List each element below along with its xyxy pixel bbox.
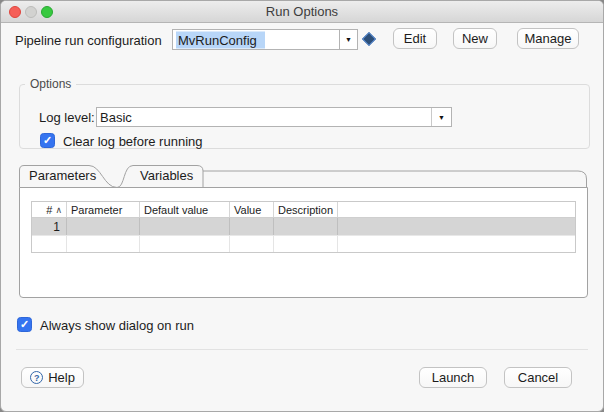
run-options-dialog: Run Options Pipeline run configuration M… <box>0 0 604 412</box>
column-header-default-value[interactable]: Default value <box>140 202 230 217</box>
log-level-value: Basic <box>100 110 132 125</box>
run-config-value: MvRunConfig <box>176 31 265 48</box>
check-icon: ✓ <box>43 134 52 147</box>
sort-asc-icon: ∧ <box>55 205 62 215</box>
cancel-button[interactable]: Cancel <box>504 367 572 388</box>
window-title: Run Options <box>1 1 603 23</box>
description-cell <box>274 236 338 252</box>
table-header-row: # ∧ Parameter Default value Value Descri… <box>32 202 575 218</box>
column-header-number[interactable]: # ∧ <box>32 202 67 217</box>
options-group-title: Options <box>25 77 76 91</box>
manage-button[interactable]: Manage <box>517 28 579 49</box>
help-button[interactable]: ? Help <box>21 367 84 388</box>
row-number-cell <box>32 236 67 252</box>
question-circle-icon: ? <box>30 371 43 384</box>
launch-button[interactable]: Launch <box>419 367 487 388</box>
tab-outline-graphic <box>19 164 588 188</box>
tabbed-pane: Parameters Variables # ∧ Parameter Defau… <box>19 164 588 298</box>
column-header-filler <box>338 202 575 217</box>
column-header-parameter[interactable]: Parameter <box>67 202 140 217</box>
check-icon: ✓ <box>20 318 29 331</box>
default-value-cell <box>140 236 230 252</box>
table-row[interactable] <box>32 235 575 252</box>
help-button-label: Help <box>48 370 75 385</box>
filler-cell <box>338 236 575 252</box>
tab-parameters[interactable]: Parameters <box>29 168 96 183</box>
chevron-down-icon[interactable]: ▼ <box>339 30 357 49</box>
value-cell <box>230 236 274 252</box>
always-show-dialog-checkbox[interactable]: ✓ <box>17 317 32 332</box>
tab-variables[interactable]: Variables <box>140 168 193 183</box>
run-config-combobox[interactable]: MvRunConfig ▼ <box>172 29 358 50</box>
parameter-cell <box>67 236 140 252</box>
filler-cell <box>338 218 575 235</box>
column-header-description[interactable]: Description <box>274 202 338 217</box>
parameters-tab-panel: # ∧ Parameter Default value Value Descri… <box>19 187 588 298</box>
modified-diamond-icon <box>362 32 376 46</box>
pipeline-config-label: Pipeline run configuration <box>15 33 162 48</box>
titlebar[interactable]: Run Options <box>1 1 603 23</box>
footer-separator <box>16 349 588 350</box>
default-value-cell <box>140 218 230 235</box>
options-group: Options Log level: Basic ▼ ✓ Clear log b… <box>19 77 590 149</box>
row-number-cell: 1 <box>32 218 67 235</box>
parameter-cell <box>67 218 140 235</box>
value-cell <box>230 218 274 235</box>
clear-log-checkbox[interactable]: ✓ <box>40 133 55 148</box>
parameters-table: # ∧ Parameter Default value Value Descri… <box>31 201 576 253</box>
log-level-label: Log level: <box>39 110 95 125</box>
column-header-value[interactable]: Value <box>230 202 274 217</box>
clear-log-label: Clear log before running <box>63 134 202 149</box>
description-cell <box>274 218 338 235</box>
chevron-down-icon[interactable]: ▼ <box>431 108 451 126</box>
edit-button[interactable]: Edit <box>393 28 437 49</box>
log-level-combobox[interactable]: Basic ▼ <box>96 107 452 127</box>
always-show-dialog-label: Always show dialog on run <box>40 318 194 333</box>
new-button[interactable]: New <box>453 28 497 49</box>
table-row[interactable]: 1 <box>32 218 575 235</box>
